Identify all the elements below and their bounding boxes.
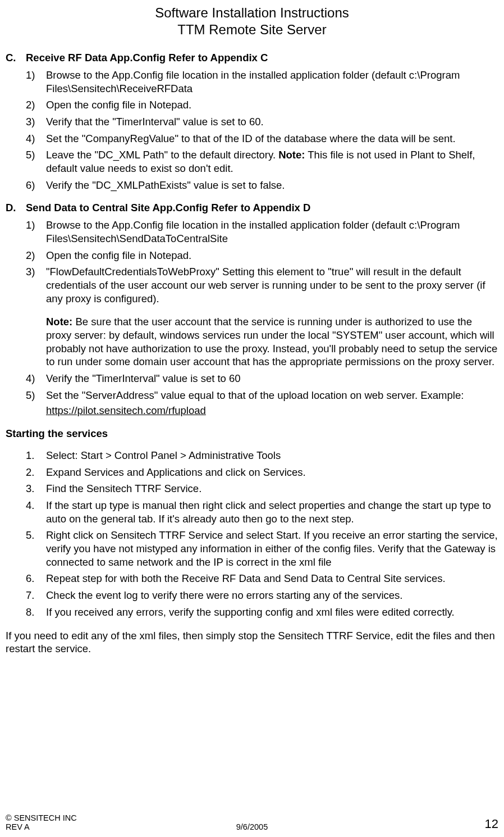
header-line-2: TTM Remote Site Server: [6, 21, 498, 38]
section-d-label: D.: [6, 202, 26, 214]
list-item: 3) Verify that the "TimerInterval" value…: [26, 115, 498, 129]
page-footer: © SENSITECH INC REV A 9/6/2005 12: [6, 813, 498, 831]
section-c-label: C.: [6, 52, 26, 64]
section-c-list: 1) Browse to the App.Config file locatio…: [26, 69, 498, 192]
list-item: 8.If you received any errors, verify the…: [26, 606, 498, 619]
list-item: 2.Expand Services and Applications and c…: [26, 466, 498, 479]
section-d-list: 1) Browse to the App.Config file locatio…: [26, 219, 498, 417]
starting-services-heading: Starting the services: [6, 427, 498, 440]
list-item: 3.Find the Sensitech TTRF Service.: [26, 482, 498, 495]
footer-date: 9/6/2005: [236, 822, 268, 831]
page-number: 12: [485, 817, 498, 831]
list-item: 3) "FlowDefaultCredentialsToWebProxy" Se…: [26, 265, 498, 369]
list-item: 6) Verify the "DC_XMLPathExists" value i…: [26, 179, 498, 192]
note-label: Note:: [278, 149, 305, 161]
list-item: 4.If the start up type is manual then ri…: [26, 499, 498, 525]
closing-paragraph: If you need to edit any of the xml files…: [6, 629, 498, 656]
footer-copyright: © SENSITECH INC: [6, 813, 77, 822]
note-label: Note:: [46, 316, 72, 327]
section-d-title: Send Data to Central Site App.Config Ref…: [26, 202, 310, 213]
example-link-line: https://pilot.sensitech.com/rfupload: [46, 404, 498, 417]
list-item: 5) Set the "ServerAddress" value equal t…: [26, 389, 498, 417]
section-d-heading: D.Send Data to Central Site App.Config R…: [6, 202, 498, 214]
list-item: 4) Set the "CompanyRegValue" to that of …: [26, 132, 498, 145]
list-item: 2) Open the config file in Notepad.: [26, 249, 498, 262]
section-c-heading: C.Receive RF Data App.Config Refer to Ap…: [6, 52, 498, 64]
list-item: 1) Browse to the App.Config file locatio…: [26, 219, 498, 245]
upload-url-link[interactable]: https://pilot.sensitech.com/rfupload: [46, 404, 206, 416]
list-item: 1) Browse to the App.Config file locatio…: [26, 69, 498, 95]
page-header: Software Installation Instructions TTM R…: [6, 4, 498, 38]
list-item: 2) Open the config file in Notepad.: [26, 98, 498, 112]
list-item: 6.Repeat step for with both the Receive …: [26, 572, 498, 585]
section-c-title: Receive RF Data App.Config Refer to Appe…: [26, 52, 268, 63]
starting-services-list: 1.Select: Start > Control Panel > Admini…: [26, 449, 498, 618]
note-block: Note: Be sure that the user account that…: [46, 315, 498, 369]
list-item: 7.Check the event log to verify there we…: [26, 589, 498, 602]
list-item: 4) Verify the "TimerInterval" value is s…: [26, 372, 498, 385]
header-line-1: Software Installation Instructions: [6, 4, 498, 21]
list-item: 5) Leave the "DC_XML Path" to the defaul…: [26, 148, 498, 175]
list-item: 1.Select: Start > Control Panel > Admini…: [26, 449, 498, 462]
list-item: 5.Right click on Sensitech TTRF Service …: [26, 529, 498, 568]
footer-revision: REV A: [6, 822, 77, 831]
